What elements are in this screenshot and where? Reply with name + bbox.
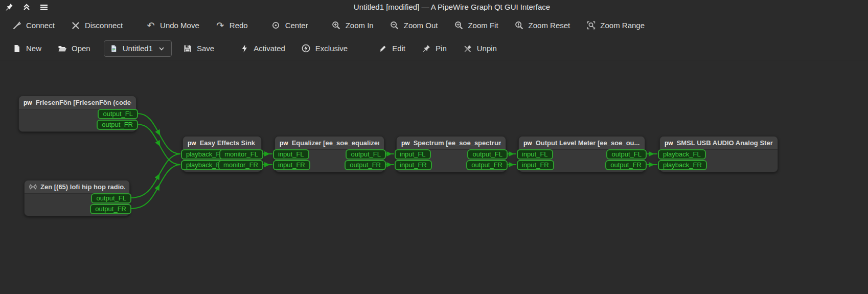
- center-label: Center: [285, 21, 308, 30]
- connect-button[interactable]: Connect: [6, 17, 61, 34]
- node-header[interactable]: pw FriesenFön [FriesenFön (codec...: [19, 96, 136, 109]
- edit-button[interactable]: Edit: [372, 40, 412, 57]
- zoom-range-button[interactable]: Zoom Range: [580, 17, 651, 34]
- exclusive-bolt-icon: [302, 44, 311, 53]
- titlebar: Untitled1 [modified] — A PipeWire Graph …: [0, 0, 868, 14]
- redo-button[interactable]: ↷ Redo: [210, 17, 254, 34]
- patchbay-selector[interactable]: Untitled1: [104, 40, 172, 57]
- node-title: Spectrum [ee_soe_spectrum]: [414, 139, 501, 147]
- disconnect-button[interactable]: Disconnect: [65, 17, 129, 34]
- edit-pencil-icon: [378, 44, 387, 53]
- port-input-fl[interactable]: input_FL: [273, 149, 309, 160]
- unpin-label: Unpin: [477, 44, 497, 53]
- zoom-in-icon: [332, 21, 341, 30]
- port-output-fr[interactable]: output_FR: [345, 160, 386, 170]
- save-icon: [183, 44, 192, 53]
- zoom-out-icon: [390, 21, 399, 30]
- port-input-fl[interactable]: input_FL: [517, 149, 553, 160]
- activated-label: Activated: [254, 44, 285, 53]
- zoom-out-button[interactable]: Zoom Out: [384, 17, 444, 34]
- open-label: Open: [72, 44, 90, 53]
- port-playback-fr[interactable]: playback_FR: [658, 160, 707, 170]
- exclusive-toggle[interactable]: Exclusive: [295, 40, 354, 57]
- node-title: Zen [(65) lofi hip hop radio...: [40, 183, 125, 191]
- pin-icon: [422, 44, 431, 53]
- node-title: Output Level Meter [ee_soe_ou...: [536, 139, 640, 147]
- port-playback-fl[interactable]: playback_FL: [658, 149, 706, 160]
- pipewire-icon: pw: [188, 140, 196, 146]
- save-label: Save: [197, 44, 214, 53]
- node-easy-effects-sink[interactable]: pw Easy Effects Sink playback_FL playbac…: [182, 136, 262, 172]
- pipewire-icon: pw: [280, 140, 288, 146]
- port-input-fl[interactable]: input_FL: [395, 149, 431, 160]
- new-button[interactable]: New: [6, 40, 48, 57]
- zoom-in-button[interactable]: Zoom In: [326, 17, 380, 34]
- port-input-fr[interactable]: input_FR: [395, 160, 432, 170]
- port-output-fr[interactable]: output_FR: [466, 160, 508, 170]
- port-output-fr[interactable]: output_FR: [97, 120, 138, 130]
- chevron-down-icon: [157, 44, 166, 53]
- node-header[interactable]: pw Easy Effects Sink: [183, 137, 261, 150]
- zoom-reset-icon: [515, 21, 524, 30]
- graph-canvas[interactable]: pw FriesenFön [FriesenFön (codec... outp…: [0, 60, 868, 294]
- window-title: Untitled1 [modified] — A PipeWire Graph …: [60, 3, 843, 11]
- zoom-in-label: Zoom In: [346, 21, 374, 30]
- node-title: SMSL USB AUDIO Analog Stereo: [677, 139, 773, 147]
- port-output-fl[interactable]: output_FL: [91, 193, 131, 203]
- node-header[interactable]: pw Spectrum [ee_soe_spectrum]: [397, 137, 506, 150]
- port-output-fr[interactable]: output_FR: [90, 204, 131, 214]
- zoom-out-label: Zoom Out: [404, 21, 438, 30]
- port-input-fr[interactable]: input_FR: [517, 160, 554, 170]
- node-zen[interactable]: Zen [(65) lofi hip hop radio... output_F…: [24, 180, 130, 216]
- titlebar-icons: [4, 2, 60, 12]
- port-output-fl[interactable]: output_FL: [467, 149, 508, 160]
- node-friesenfon[interactable]: pw FriesenFön [FriesenFön (codec... outp…: [18, 96, 136, 132]
- node-header[interactable]: pw Equalizer [ee_soe_equalizer]: [275, 137, 384, 150]
- zoom-range-icon: [586, 21, 596, 30]
- pipewire-icon: pw: [665, 140, 673, 146]
- port-monitor-fl[interactable]: monitor_FL: [219, 149, 263, 160]
- node-output-level-meter[interactable]: pw Output Level Meter [ee_soe_ou... inpu…: [518, 136, 645, 172]
- new-file-icon: [12, 44, 21, 53]
- save-button[interactable]: Save: [177, 40, 220, 57]
- pipewire-icon: pw: [523, 140, 532, 146]
- port-output-fl[interactable]: output_FL: [346, 149, 386, 160]
- pin-window-icon[interactable]: [4, 2, 14, 12]
- zoom-fit-label: Zoom Fit: [468, 21, 498, 30]
- port-output-fl[interactable]: output_FL: [606, 149, 647, 160]
- pipewire-icon: pw: [401, 140, 410, 146]
- zoom-fit-button[interactable]: Zoom Fit: [448, 17, 504, 34]
- open-button[interactable]: Open: [52, 40, 97, 57]
- node-header[interactable]: pw SMSL USB AUDIO Analog Stereo: [660, 137, 778, 150]
- zoom-reset-button[interactable]: Zoom Reset: [509, 17, 577, 34]
- pin-label: Pin: [436, 44, 447, 53]
- main-toolbar: Connect Disconnect ↶ Undo Move ↷ Redo Ce…: [0, 14, 868, 37]
- node-header[interactable]: Zen [(65) lofi hip hop radio...: [25, 180, 129, 194]
- node-smsl-usb-audio[interactable]: pw SMSL USB AUDIO Analog Stereo playback…: [659, 136, 778, 172]
- node-header[interactable]: pw Output Level Meter [ee_soe_ou...: [519, 137, 645, 150]
- zoom-reset-label: Zoom Reset: [529, 21, 570, 30]
- undo-move-button[interactable]: ↶ Undo Move: [140, 17, 205, 34]
- port-input-fr[interactable]: input_FR: [273, 160, 310, 170]
- node-equalizer[interactable]: pw Equalizer [ee_soe_equalizer] input_FL…: [275, 136, 384, 172]
- patchbay-toolbar: New Open Untitled1 Save Activated Exclus…: [0, 37, 868, 60]
- connect-label: Connect: [26, 21, 55, 30]
- zoom-range-label: Zoom Range: [600, 21, 645, 30]
- pin-button[interactable]: Pin: [416, 40, 453, 57]
- node-title: FriesenFön [FriesenFön (codec...: [36, 99, 131, 106]
- connect-icon: [12, 21, 21, 30]
- redo-label: Redo: [230, 21, 248, 30]
- unpin-button[interactable]: Unpin: [457, 40, 503, 57]
- menu-icon[interactable]: [39, 2, 49, 12]
- port-output-fr[interactable]: output_FR: [605, 160, 647, 170]
- center-button[interactable]: Center: [265, 17, 314, 34]
- port-output-fl[interactable]: output_FL: [98, 109, 138, 119]
- disconnect-label: Disconnect: [85, 21, 123, 30]
- port-monitor-fr[interactable]: monitor_FR: [218, 160, 263, 170]
- disconnect-icon: [71, 21, 80, 30]
- undo-label: Undo Move: [160, 21, 199, 30]
- node-title: Equalizer [ee_soe_equalizer]: [292, 139, 379, 147]
- collapse-up-icon[interactable]: [21, 2, 32, 12]
- node-spectrum[interactable]: pw Spectrum [ee_soe_spectrum] input_FL i…: [396, 136, 506, 172]
- activated-toggle[interactable]: Activated: [234, 40, 291, 57]
